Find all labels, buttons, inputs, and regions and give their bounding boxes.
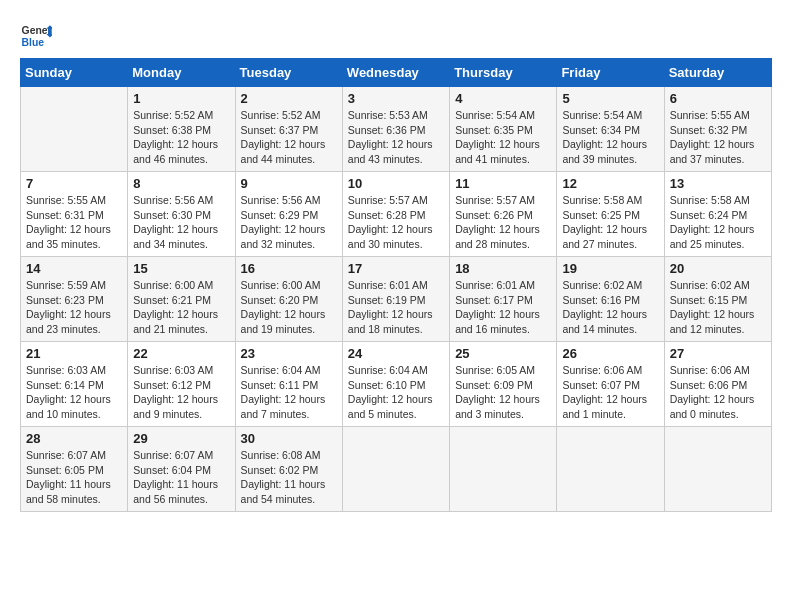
day-number: 4 (455, 91, 551, 106)
day-info: Sunrise: 6:04 AM Sunset: 6:10 PM Dayligh… (348, 363, 444, 422)
day-number: 9 (241, 176, 337, 191)
day-info: Sunrise: 5:56 AM Sunset: 6:29 PM Dayligh… (241, 193, 337, 252)
day-number: 16 (241, 261, 337, 276)
day-info: Sunrise: 6:07 AM Sunset: 6:04 PM Dayligh… (133, 448, 229, 507)
day-cell: 14Sunrise: 5:59 AM Sunset: 6:23 PM Dayli… (21, 257, 128, 342)
day-cell: 4Sunrise: 5:54 AM Sunset: 6:35 PM Daylig… (450, 87, 557, 172)
day-number: 18 (455, 261, 551, 276)
day-info: Sunrise: 6:02 AM Sunset: 6:15 PM Dayligh… (670, 278, 766, 337)
day-cell (450, 427, 557, 512)
day-cell: 25Sunrise: 6:05 AM Sunset: 6:09 PM Dayli… (450, 342, 557, 427)
day-cell: 30Sunrise: 6:08 AM Sunset: 6:02 PM Dayli… (235, 427, 342, 512)
day-number: 8 (133, 176, 229, 191)
day-info: Sunrise: 6:00 AM Sunset: 6:20 PM Dayligh… (241, 278, 337, 337)
day-number: 20 (670, 261, 766, 276)
logo-icon: General Blue (20, 20, 52, 52)
day-cell: 19Sunrise: 6:02 AM Sunset: 6:16 PM Dayli… (557, 257, 664, 342)
day-info: Sunrise: 5:55 AM Sunset: 6:31 PM Dayligh… (26, 193, 122, 252)
day-number: 26 (562, 346, 658, 361)
day-number: 5 (562, 91, 658, 106)
day-cell: 27Sunrise: 6:06 AM Sunset: 6:06 PM Dayli… (664, 342, 771, 427)
day-info: Sunrise: 6:01 AM Sunset: 6:17 PM Dayligh… (455, 278, 551, 337)
day-info: Sunrise: 5:58 AM Sunset: 6:25 PM Dayligh… (562, 193, 658, 252)
day-info: Sunrise: 6:06 AM Sunset: 6:06 PM Dayligh… (670, 363, 766, 422)
weekday-header-wednesday: Wednesday (342, 59, 449, 87)
day-cell: 17Sunrise: 6:01 AM Sunset: 6:19 PM Dayli… (342, 257, 449, 342)
weekday-header-sunday: Sunday (21, 59, 128, 87)
day-number: 17 (348, 261, 444, 276)
day-info: Sunrise: 5:55 AM Sunset: 6:32 PM Dayligh… (670, 108, 766, 167)
day-cell: 26Sunrise: 6:06 AM Sunset: 6:07 PM Dayli… (557, 342, 664, 427)
week-row-2: 7Sunrise: 5:55 AM Sunset: 6:31 PM Daylig… (21, 172, 772, 257)
day-cell: 18Sunrise: 6:01 AM Sunset: 6:17 PM Dayli… (450, 257, 557, 342)
day-cell (342, 427, 449, 512)
day-cell: 6Sunrise: 5:55 AM Sunset: 6:32 PM Daylig… (664, 87, 771, 172)
day-info: Sunrise: 6:00 AM Sunset: 6:21 PM Dayligh… (133, 278, 229, 337)
day-number: 29 (133, 431, 229, 446)
day-cell: 21Sunrise: 6:03 AM Sunset: 6:14 PM Dayli… (21, 342, 128, 427)
day-number: 19 (562, 261, 658, 276)
day-cell: 23Sunrise: 6:04 AM Sunset: 6:11 PM Dayli… (235, 342, 342, 427)
day-cell: 13Sunrise: 5:58 AM Sunset: 6:24 PM Dayli… (664, 172, 771, 257)
day-info: Sunrise: 5:52 AM Sunset: 6:38 PM Dayligh… (133, 108, 229, 167)
day-number: 30 (241, 431, 337, 446)
day-number: 28 (26, 431, 122, 446)
day-info: Sunrise: 6:05 AM Sunset: 6:09 PM Dayligh… (455, 363, 551, 422)
weekday-header-tuesday: Tuesday (235, 59, 342, 87)
day-number: 27 (670, 346, 766, 361)
day-cell (21, 87, 128, 172)
day-cell: 20Sunrise: 6:02 AM Sunset: 6:15 PM Dayli… (664, 257, 771, 342)
day-cell: 1Sunrise: 5:52 AM Sunset: 6:38 PM Daylig… (128, 87, 235, 172)
day-info: Sunrise: 5:53 AM Sunset: 6:36 PM Dayligh… (348, 108, 444, 167)
day-info: Sunrise: 6:07 AM Sunset: 6:05 PM Dayligh… (26, 448, 122, 507)
day-info: Sunrise: 6:03 AM Sunset: 6:14 PM Dayligh… (26, 363, 122, 422)
day-info: Sunrise: 5:54 AM Sunset: 6:35 PM Dayligh… (455, 108, 551, 167)
day-info: Sunrise: 6:03 AM Sunset: 6:12 PM Dayligh… (133, 363, 229, 422)
day-cell: 15Sunrise: 6:00 AM Sunset: 6:21 PM Dayli… (128, 257, 235, 342)
svg-text:Blue: Blue (22, 37, 45, 48)
week-row-5: 28Sunrise: 6:07 AM Sunset: 6:05 PM Dayli… (21, 427, 772, 512)
day-info: Sunrise: 5:56 AM Sunset: 6:30 PM Dayligh… (133, 193, 229, 252)
day-number: 23 (241, 346, 337, 361)
day-info: Sunrise: 6:04 AM Sunset: 6:11 PM Dayligh… (241, 363, 337, 422)
day-number: 3 (348, 91, 444, 106)
day-number: 11 (455, 176, 551, 191)
day-number: 13 (670, 176, 766, 191)
day-cell: 16Sunrise: 6:00 AM Sunset: 6:20 PM Dayli… (235, 257, 342, 342)
day-number: 6 (670, 91, 766, 106)
day-info: Sunrise: 5:54 AM Sunset: 6:34 PM Dayligh… (562, 108, 658, 167)
day-number: 15 (133, 261, 229, 276)
day-info: Sunrise: 5:58 AM Sunset: 6:24 PM Dayligh… (670, 193, 766, 252)
day-cell: 10Sunrise: 5:57 AM Sunset: 6:28 PM Dayli… (342, 172, 449, 257)
day-cell: 28Sunrise: 6:07 AM Sunset: 6:05 PM Dayli… (21, 427, 128, 512)
day-cell: 2Sunrise: 5:52 AM Sunset: 6:37 PM Daylig… (235, 87, 342, 172)
weekday-header-saturday: Saturday (664, 59, 771, 87)
weekday-header-monday: Monday (128, 59, 235, 87)
day-cell: 22Sunrise: 6:03 AM Sunset: 6:12 PM Dayli… (128, 342, 235, 427)
week-row-4: 21Sunrise: 6:03 AM Sunset: 6:14 PM Dayli… (21, 342, 772, 427)
day-number: 10 (348, 176, 444, 191)
day-number: 1 (133, 91, 229, 106)
day-number: 25 (455, 346, 551, 361)
week-row-3: 14Sunrise: 5:59 AM Sunset: 6:23 PM Dayli… (21, 257, 772, 342)
day-info: Sunrise: 5:57 AM Sunset: 6:26 PM Dayligh… (455, 193, 551, 252)
day-number: 7 (26, 176, 122, 191)
day-cell (557, 427, 664, 512)
day-number: 2 (241, 91, 337, 106)
day-info: Sunrise: 6:01 AM Sunset: 6:19 PM Dayligh… (348, 278, 444, 337)
day-info: Sunrise: 5:57 AM Sunset: 6:28 PM Dayligh… (348, 193, 444, 252)
day-info: Sunrise: 5:52 AM Sunset: 6:37 PM Dayligh… (241, 108, 337, 167)
calendar-table: SundayMondayTuesdayWednesdayThursdayFrid… (20, 58, 772, 512)
day-info: Sunrise: 6:08 AM Sunset: 6:02 PM Dayligh… (241, 448, 337, 507)
day-cell: 9Sunrise: 5:56 AM Sunset: 6:29 PM Daylig… (235, 172, 342, 257)
day-info: Sunrise: 6:06 AM Sunset: 6:07 PM Dayligh… (562, 363, 658, 422)
day-cell: 7Sunrise: 5:55 AM Sunset: 6:31 PM Daylig… (21, 172, 128, 257)
day-number: 21 (26, 346, 122, 361)
day-info: Sunrise: 6:02 AM Sunset: 6:16 PM Dayligh… (562, 278, 658, 337)
day-info: Sunrise: 5:59 AM Sunset: 6:23 PM Dayligh… (26, 278, 122, 337)
day-cell: 3Sunrise: 5:53 AM Sunset: 6:36 PM Daylig… (342, 87, 449, 172)
day-number: 24 (348, 346, 444, 361)
day-number: 22 (133, 346, 229, 361)
week-row-1: 1Sunrise: 5:52 AM Sunset: 6:38 PM Daylig… (21, 87, 772, 172)
day-cell: 24Sunrise: 6:04 AM Sunset: 6:10 PM Dayli… (342, 342, 449, 427)
